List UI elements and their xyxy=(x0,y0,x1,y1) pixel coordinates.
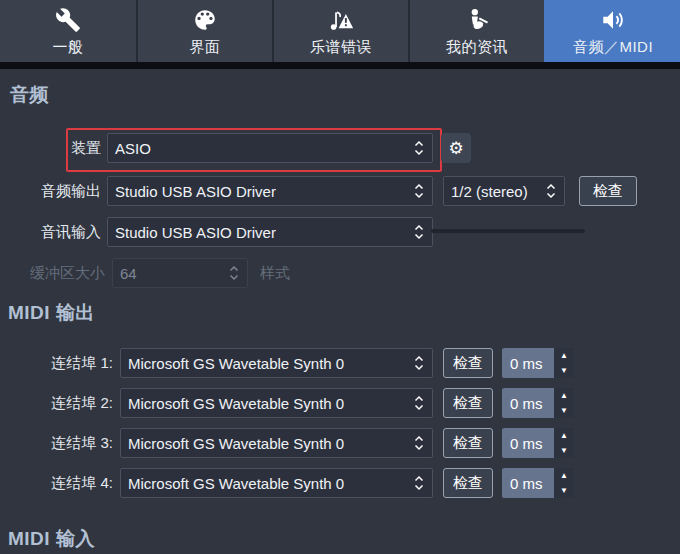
device-label: 装置 xyxy=(8,133,101,163)
audio-input-label: 音讯输入 xyxy=(8,217,101,247)
midi-port-1-check-button[interactable]: 检查 xyxy=(443,348,493,378)
chevron-updown-icon xyxy=(413,474,425,492)
buffer-size-unit: 样式 xyxy=(260,258,290,288)
audio-section-title: 音频 xyxy=(10,82,49,108)
chevron-updown-icon xyxy=(545,182,557,200)
midi-port-4-device: Microsoft GS Wavetable Synth 0 xyxy=(128,475,344,492)
audio-output-label: 音频输出 xyxy=(8,176,101,206)
audio-output-channels-value: 1/2 (stereo) xyxy=(451,183,528,200)
midi-port-2-check-button[interactable]: 检查 xyxy=(443,388,493,418)
speaker-icon xyxy=(598,6,628,34)
spinner-down-icon[interactable]: ▼ xyxy=(554,443,574,458)
score-error-icon xyxy=(326,6,356,34)
spinner-up-icon[interactable]: ▲ xyxy=(554,468,574,483)
midi-port-4-latency-field[interactable]: 0 ms xyxy=(502,468,554,498)
spinner-down-icon[interactable]: ▼ xyxy=(554,363,574,378)
audio-output-dropdown[interactable]: Studio USB ASIO Driver xyxy=(107,176,433,206)
device-dropdown[interactable]: ASIO xyxy=(107,133,433,163)
buffer-size-value: 64 xyxy=(120,265,137,282)
midi-port-1-dropdown[interactable]: Microsoft GS Wavetable Synth 0 xyxy=(120,348,433,378)
spinner-up-icon[interactable]: ▲ xyxy=(554,428,574,443)
midi-output-section-title: MIDI 输出 xyxy=(8,300,95,326)
spinner-up-icon[interactable]: ▲ xyxy=(554,348,574,363)
midi-port-3-device: Microsoft GS Wavetable Synth 0 xyxy=(128,435,344,452)
gear-icon: ⚙ xyxy=(448,138,463,159)
palette-icon xyxy=(190,6,220,34)
midi-port-1-latency-stepper: ▲ ▼ xyxy=(554,348,574,378)
tab-audio-midi-label: 音频／MIDI xyxy=(573,38,653,57)
device-dropdown-value: ASIO xyxy=(115,140,151,157)
chevron-updown-icon xyxy=(413,434,425,452)
chevron-updown-icon xyxy=(413,394,425,412)
tab-interface-label: 界面 xyxy=(190,38,221,57)
tab-score-errors[interactable]: 乐谱错误 xyxy=(272,0,408,62)
preferences-audio-midi-panel: 一般 界面 乐谱错误 xyxy=(0,0,680,554)
tab-general[interactable]: 一般 xyxy=(0,0,136,62)
midi-port-3-latency-field[interactable]: 0 ms xyxy=(502,428,554,458)
midi-port-3-check-button[interactable]: 检查 xyxy=(443,428,493,458)
tab-score-errors-label: 乐谱错误 xyxy=(310,38,372,57)
midi-port-3-label: 连结埠 3: xyxy=(8,428,113,458)
tab-my-info[interactable]: 我的资讯 xyxy=(408,0,544,62)
spinner-down-icon[interactable]: ▼ xyxy=(554,403,574,418)
midi-port-2-label: 连结埠 2: xyxy=(8,388,113,418)
my-info-icon xyxy=(462,6,492,34)
tab-interface[interactable]: 界面 xyxy=(136,0,272,62)
midi-input-section-title: MIDI 输入 xyxy=(8,526,95,552)
midi-port-3-dropdown[interactable]: Microsoft GS Wavetable Synth 0 xyxy=(120,428,433,458)
device-settings-button[interactable]: ⚙ xyxy=(441,133,471,163)
tab-general-label: 一般 xyxy=(53,38,84,57)
midi-port-2-dropdown[interactable]: Microsoft GS Wavetable Synth 0 xyxy=(120,388,433,418)
midi-port-3-latency-stepper: ▲ ▼ xyxy=(554,428,574,458)
midi-port-1-latency-field[interactable]: 0 ms xyxy=(502,348,554,378)
audio-output-channels-dropdown[interactable]: 1/2 (stereo) xyxy=(443,176,565,206)
audio-input-dropdown-value: Studio USB ASIO Driver xyxy=(115,224,276,241)
midi-port-2-latency-stepper: ▲ ▼ xyxy=(554,388,574,418)
midi-port-2-device: Microsoft GS Wavetable Synth 0 xyxy=(128,395,344,412)
buffer-size-label: 缓冲区大小 xyxy=(8,258,105,288)
midi-port-4-latency-stepper: ▲ ▼ xyxy=(554,468,574,498)
chevron-updown-icon xyxy=(413,182,425,200)
chevron-updown-icon xyxy=(228,264,240,282)
tab-audio-midi[interactable]: 音频／MIDI xyxy=(544,0,680,62)
audio-input-dropdown[interactable]: Studio USB ASIO Driver xyxy=(107,217,433,247)
midi-port-1-device: Microsoft GS Wavetable Synth 0 xyxy=(128,355,344,372)
wrench-icon xyxy=(53,6,83,34)
chevron-updown-icon xyxy=(413,223,425,241)
tab-my-info-label: 我的资讯 xyxy=(446,38,508,57)
buffer-size-dropdown: 64 xyxy=(112,258,248,288)
midi-port-2-latency-field[interactable]: 0 ms xyxy=(502,388,554,418)
midi-port-4-label: 连结埠 4: xyxy=(8,468,113,498)
spinner-down-icon[interactable]: ▼ xyxy=(554,483,574,498)
audio-output-dropdown-value: Studio USB ASIO Driver xyxy=(115,183,276,200)
spinner-up-icon[interactable]: ▲ xyxy=(554,388,574,403)
preferences-tab-bar: 一般 界面 乐谱错误 xyxy=(0,0,680,62)
chevron-updown-icon xyxy=(413,354,425,372)
audio-output-check-button[interactable]: 检查 xyxy=(579,176,637,206)
audio-input-level-slider[interactable] xyxy=(431,229,585,233)
midi-port-4-check-button[interactable]: 检查 xyxy=(443,468,493,498)
tab-bar-separator xyxy=(0,62,680,69)
midi-port-1-label: 连结埠 1: xyxy=(8,348,113,378)
chevron-updown-icon xyxy=(413,139,425,157)
midi-port-4-dropdown[interactable]: Microsoft GS Wavetable Synth 0 xyxy=(120,468,433,498)
